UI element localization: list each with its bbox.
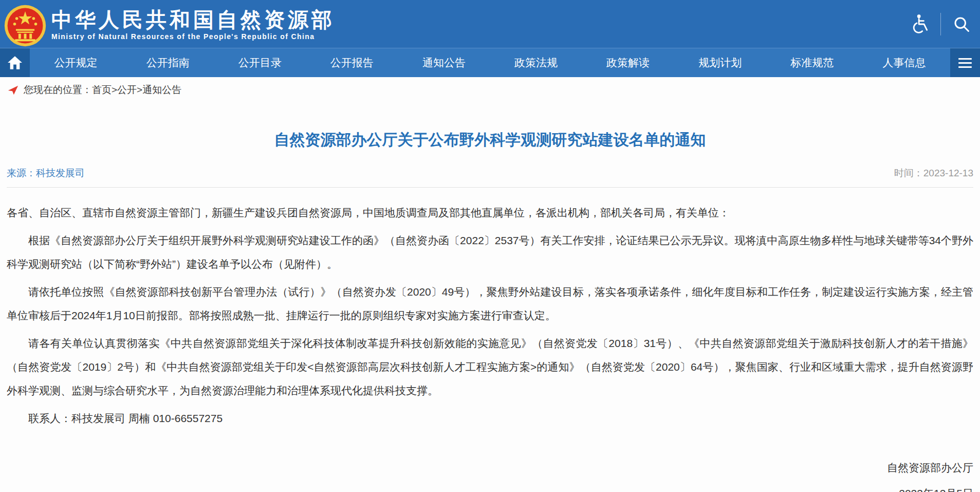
nav-list: 公开规定 公开指南 公开目录 公开报告 通知公告 政策法规 政策解读 规划计划 … bbox=[30, 48, 950, 77]
brand: 中华人民共和国自然资源部 Ministry of Natural Resourc… bbox=[51, 8, 335, 41]
nav-item-planning[interactable]: 规划计划 bbox=[674, 48, 766, 77]
signature: 自然资源部办公厅 bbox=[7, 455, 973, 481]
paragraph: 根据《自然资源部办公厅关于组织开展野外科学观测研究站建设工作的函》（自然资办函〔… bbox=[7, 229, 973, 276]
nav-more-button[interactable] bbox=[950, 48, 980, 77]
source-link[interactable]: 来源：科技发展司 bbox=[7, 167, 85, 180]
nav-home-button[interactable] bbox=[0, 48, 30, 77]
nav-item-open-catalog[interactable]: 公开目录 bbox=[214, 48, 306, 77]
nav-item-open-reports[interactable]: 公开报告 bbox=[306, 48, 398, 77]
article-meta: 来源：科技发展司 时间：2023-12-13 bbox=[7, 167, 973, 188]
site-subtitle: Ministry of Natural Resources of the Peo… bbox=[51, 32, 335, 41]
search-icon bbox=[952, 15, 971, 33]
hamburger-icon bbox=[958, 58, 972, 60]
nav-item-personnel-info[interactable]: 人事信息 bbox=[858, 48, 950, 77]
header-divider bbox=[940, 13, 941, 35]
main-nav: 公开规定 公开指南 公开目录 公开报告 通知公告 政策法规 政策解读 规划计划 … bbox=[0, 48, 980, 77]
breadcrumb-path[interactable]: 首页>公开>通知公告 bbox=[92, 83, 181, 97]
accessibility-button[interactable] bbox=[912, 14, 929, 34]
signature-date: 2023年12月5日 bbox=[7, 481, 973, 492]
nav-item-notices[interactable]: 通知公告 bbox=[398, 48, 490, 77]
nav-item-open-regulations[interactable]: 公开规定 bbox=[30, 48, 122, 77]
page-title: 自然资源部办公厅关于公布野外科学观测研究站建设名单的通知 bbox=[7, 130, 973, 150]
article-footer: 自然资源部办公厅 2023年12月5日 bbox=[7, 455, 973, 492]
nav-item-policy-interpretation[interactable]: 政策解读 bbox=[582, 48, 674, 77]
article-body: 各省、自治区、直辖市自然资源主管部门，新疆生产建设兵团自然资源局，中国地质调查局… bbox=[7, 201, 973, 430]
location-pointer-icon bbox=[7, 84, 19, 96]
publish-time: 时间：2023-12-13 bbox=[894, 167, 973, 180]
breadcrumb: 您现在的位置： 首页>公开>通知公告 bbox=[0, 77, 980, 103]
accessibility-icon bbox=[912, 14, 929, 34]
breadcrumb-label: 您现在的位置： bbox=[24, 83, 92, 97]
search-button[interactable] bbox=[952, 15, 971, 33]
site-title: 中华人民共和国自然资源部 bbox=[51, 8, 335, 31]
nav-item-policies-laws[interactable]: 政策法规 bbox=[490, 48, 582, 77]
home-icon bbox=[8, 56, 22, 69]
paragraph: 请依托单位按照《自然资源部科技创新平台管理办法（试行）》（自然资办发〔2020〕… bbox=[7, 280, 973, 327]
article: 自然资源部办公厅关于公布野外科学观测研究站建设名单的通知 来源：科技发展司 时间… bbox=[0, 130, 980, 492]
nav-item-open-guide[interactable]: 公开指南 bbox=[122, 48, 214, 77]
paragraph: 各省、自治区、直辖市自然资源主管部门，新疆生产建设兵团自然资源局，中国地质调查局… bbox=[7, 201, 973, 225]
paragraph: 请各有关单位认真贯彻落实《中共自然资源部党组关于深化科技体制改革提升科技创新效能… bbox=[7, 332, 973, 403]
contact-line: 联系人：科技发展司 周楠 010-66557275 bbox=[7, 407, 973, 430]
national-emblem-icon bbox=[4, 5, 46, 47]
header-tools bbox=[912, 0, 971, 48]
site-header: 中华人民共和国自然资源部 Ministry of Natural Resourc… bbox=[0, 0, 980, 48]
nav-item-standards[interactable]: 标准规范 bbox=[766, 48, 858, 77]
